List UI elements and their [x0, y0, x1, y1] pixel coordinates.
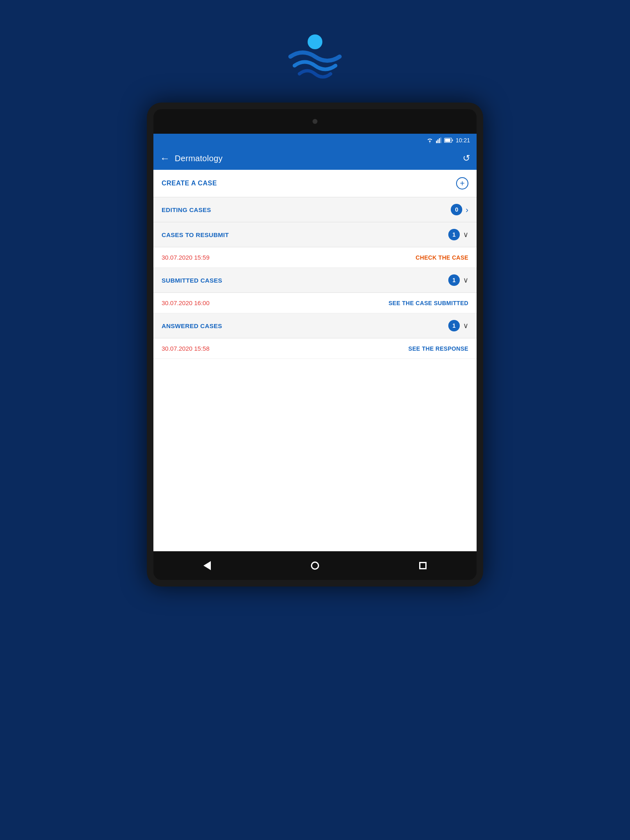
- resubmit-cases-section[interactable]: CASES TO RESUBMIT 1 ∨: [153, 222, 477, 247]
- submitted-cases-chevron-icon: ∨: [463, 276, 468, 285]
- home-nav-button[interactable]: [305, 556, 325, 575]
- resubmit-cases-chevron-icon: ∨: [463, 230, 468, 239]
- add-case-button[interactable]: +: [456, 177, 468, 189]
- tablet-frame: 10:21 ← Dermatology ↺ CREATE A CASE + ED…: [147, 103, 483, 587]
- see-submitted-case-button[interactable]: SEE THE CASE SUBMITTED: [388, 300, 468, 306]
- submitted-cases-right: 1 ∨: [448, 274, 468, 286]
- editing-cases-chevron-icon: ›: [466, 205, 468, 215]
- front-camera: [313, 119, 317, 124]
- submitted-case-date: 30.07.2020 16:00: [162, 299, 210, 306]
- resubmit-cases-badge: 1: [448, 229, 460, 240]
- submitted-cases-section[interactable]: SUBMITTED CASES 1 ∨: [153, 268, 477, 293]
- svg-rect-3: [439, 138, 440, 143]
- answered-cases-section[interactable]: ANSWERED CASES 1 ∨: [153, 313, 477, 338]
- resubmit-case-item: 30.07.2020 15:59 CHECK THE CASE: [153, 247, 477, 268]
- resubmit-case-date: 30.07.2020 15:59: [162, 254, 210, 261]
- wifi-icon: [426, 137, 434, 143]
- check-case-button[interactable]: CHECK THE CASE: [415, 254, 468, 261]
- battery-icon: [444, 138, 453, 143]
- svg-rect-2: [437, 139, 438, 143]
- submitted-cases-badge: 1: [448, 274, 460, 286]
- bottom-nav: [153, 551, 477, 580]
- editing-cases-right: 0 ›: [451, 204, 468, 215]
- svg-rect-4: [440, 137, 441, 143]
- answered-cases-right: 1 ∨: [448, 320, 468, 331]
- app-bar-title: Dermatology: [175, 154, 223, 163]
- recent-nav-icon: [419, 562, 427, 569]
- create-case-row[interactable]: CREATE A CASE +: [153, 170, 477, 197]
- answered-cases-badge: 1: [448, 320, 460, 331]
- back-button[interactable]: ←: [160, 153, 170, 164]
- see-response-button[interactable]: SEE THE RESPONSE: [409, 345, 468, 352]
- status-icons: 10:21: [426, 137, 470, 144]
- svg-rect-1: [436, 141, 437, 143]
- signal-icon: [436, 137, 442, 143]
- status-bar: 10:21: [153, 134, 477, 147]
- svg-rect-6: [445, 139, 450, 142]
- app-bar-left: ← Dermatology: [160, 153, 223, 164]
- home-nav-icon: [311, 562, 319, 570]
- resubmit-cases-label: CASES TO RESUBMIT: [162, 231, 229, 238]
- answered-case-date: 30.07.2020 15:58: [162, 345, 210, 352]
- answered-case-item: 30.07.2020 15:58 SEE THE RESPONSE: [153, 338, 477, 359]
- editing-cases-badge: 0: [451, 204, 462, 215]
- app-bar: ← Dermatology ↺: [153, 147, 477, 170]
- add-icon: +: [460, 179, 465, 188]
- answered-cases-chevron-icon: ∨: [463, 321, 468, 330]
- submitted-case-item: 30.07.2020 16:00 SEE THE CASE SUBMITTED: [153, 293, 477, 313]
- tablet-screen: 10:21 ← Dermatology ↺ CREATE A CASE + ED…: [153, 134, 477, 551]
- svg-point-0: [308, 34, 322, 49]
- editing-cases-section[interactable]: EDITING CASES 0 ›: [153, 197, 477, 222]
- editing-cases-label: EDITING CASES: [162, 206, 211, 213]
- recent-nav-button[interactable]: [413, 556, 433, 575]
- resubmit-cases-right: 1 ∨: [448, 229, 468, 240]
- refresh-button[interactable]: ↺: [463, 153, 470, 164]
- create-case-label: CREATE A CASE: [162, 180, 217, 187]
- answered-cases-label: ANSWERED CASES: [162, 322, 222, 329]
- tablet-top-bezel: [153, 109, 477, 134]
- content-area: CREATE A CASE + EDITING CASES 0 › CASES …: [153, 170, 477, 551]
- back-nav-icon: [203, 561, 211, 570]
- app-logo: [282, 33, 348, 86]
- logo-area: [282, 33, 348, 86]
- back-nav-button[interactable]: [197, 556, 217, 575]
- status-time: 10:21: [456, 137, 470, 144]
- submitted-cases-label: SUBMITTED CASES: [162, 277, 222, 284]
